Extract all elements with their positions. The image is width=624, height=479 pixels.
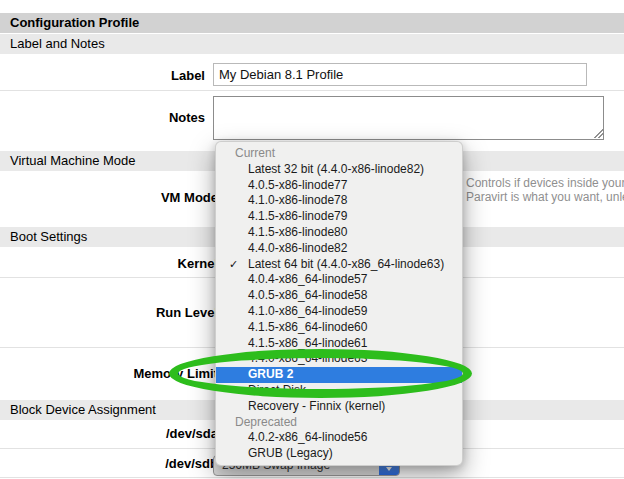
configuration-profile-page: Configuration Profile Label and Notes La… bbox=[0, 0, 624, 479]
kernel-menu-option-label: 4.1.0-x86-linode78 bbox=[248, 193, 347, 207]
kernel-menu-option[interactable]: 4.1.5-x86_64-linode60 bbox=[216, 320, 462, 336]
kernel-menu-option[interactable]: Recovery - Finnix (kernel) bbox=[216, 399, 462, 415]
checkmark-icon: ✓ bbox=[229, 257, 238, 273]
kernel-menu-option[interactable]: 4.1.0-x86_64-linode59 bbox=[216, 304, 462, 320]
kernel-menu-option[interactable]: ✓Latest 64 bit (4.4.0-x86_64-linode63) bbox=[216, 257, 462, 273]
kernel-dropdown-menu: CurrentLatest 32 bit (4.4.0-x86-linode82… bbox=[215, 141, 463, 466]
kernel-menu-option[interactable]: 4.0.2-x86_64-linode56 bbox=[216, 430, 462, 446]
label-input[interactable] bbox=[213, 63, 587, 86]
kernel-menu-option-label: 4.1.5-x86_64-linode60 bbox=[248, 320, 367, 334]
kernel-menu-option[interactable]: 4.0.5-x86-linode77 bbox=[216, 178, 462, 194]
kernel-menu-option[interactable]: 4.0.5-x86_64-linode58 bbox=[216, 288, 462, 304]
kernel-menu-option-label: GRUB (Legacy) bbox=[248, 446, 333, 460]
kernel-menu-option-label: Current bbox=[235, 146, 275, 160]
kernel-menu-option[interactable]: 4.4.0-x86-linode82 bbox=[216, 241, 462, 257]
kernel-menu-option-label: 4.1.5-x86-linode79 bbox=[248, 209, 347, 223]
kernel-menu-option[interactable]: 4.4.0-x86_64-linode63 bbox=[216, 351, 462, 367]
kernel-menu-option[interactable]: Latest 32 bit (4.4.0-x86-linode82) bbox=[216, 162, 462, 178]
kernel-menu-option-label: 4.0.5-x86-linode77 bbox=[248, 178, 347, 192]
label-field-label: Label bbox=[0, 68, 205, 83]
kernel-menu-option[interactable]: 4.1.5-x86-linode79 bbox=[216, 209, 462, 225]
dev-sdb-label: /dev/sdb bbox=[0, 456, 218, 471]
kernel-menu-option[interactable]: GRUB (Legacy) bbox=[216, 446, 462, 462]
divider bbox=[0, 90, 624, 91]
section-label-and-notes: Label and Notes bbox=[0, 34, 624, 54]
kernel-menu-option-label: 4.0.5-x86_64-linode58 bbox=[248, 288, 367, 302]
kernel-menu-option-label: 4.0.2-x86_64-linode56 bbox=[248, 430, 367, 444]
kernel-menu-option[interactable]: 4.1.5-x86_64-linode61 bbox=[216, 336, 462, 352]
kernel-menu-option-label: Direct Disk bbox=[248, 383, 306, 397]
vm-mode-help-text: Controls if devices inside your Paravirt… bbox=[466, 176, 624, 204]
kernel-menu-option-label: Recovery - Finnix (kernel) bbox=[248, 399, 385, 413]
kernel-label: Kernel bbox=[0, 256, 218, 271]
textarea-resize-grip-icon[interactable] bbox=[594, 129, 603, 138]
kernel-menu-option[interactable]: GRUB 2 bbox=[216, 367, 462, 383]
kernel-menu-option-label: 4.1.5-x86_64-linode61 bbox=[248, 336, 367, 350]
dev-sda-label: /dev/sda bbox=[0, 426, 218, 441]
run-level-label: Run Level bbox=[0, 305, 218, 320]
kernel-menu-option[interactable]: 4.0.4-x86_64-linode57 bbox=[216, 272, 462, 288]
kernel-menu-option-label: 4.1.5-x86-linode80 bbox=[248, 225, 347, 239]
kernel-menu-option-label: 4.1.0-x86_64-linode59 bbox=[248, 304, 367, 318]
memory-limit-label: Memory Limit bbox=[0, 366, 218, 381]
kernel-menu-option-label: Latest 64 bit (4.4.0-x86_64-linode63) bbox=[248, 257, 444, 271]
vm-mode-label: VM Mode bbox=[0, 190, 218, 205]
page-title: Configuration Profile bbox=[0, 13, 624, 33]
kernel-menu-option[interactable]: 4.1.5-x86-linode80 bbox=[216, 225, 462, 241]
kernel-menu-option[interactable]: 4.1.0-x86-linode78 bbox=[216, 193, 462, 209]
kernel-menu-option[interactable]: Direct Disk bbox=[216, 383, 462, 399]
kernel-menu-option-label: 4.0.4-x86_64-linode57 bbox=[248, 272, 367, 286]
kernel-menu-option-label: Latest 32 bit (4.4.0-x86-linode82) bbox=[248, 162, 424, 176]
divider bbox=[0, 477, 624, 478]
kernel-menu-option-label: GRUB 2 bbox=[248, 367, 293, 381]
kernel-menu-group-label: Deprecated bbox=[216, 415, 462, 431]
notes-textarea[interactable] bbox=[213, 96, 604, 140]
kernel-menu-option-label: 4.4.0-x86_64-linode63 bbox=[248, 351, 367, 365]
kernel-menu-option-label: 4.4.0-x86-linode82 bbox=[248, 241, 347, 255]
notes-field-label: Notes bbox=[0, 110, 205, 125]
kernel-menu-option-label: Deprecated bbox=[235, 415, 297, 429]
kernel-menu-group-label: Current bbox=[216, 146, 462, 162]
